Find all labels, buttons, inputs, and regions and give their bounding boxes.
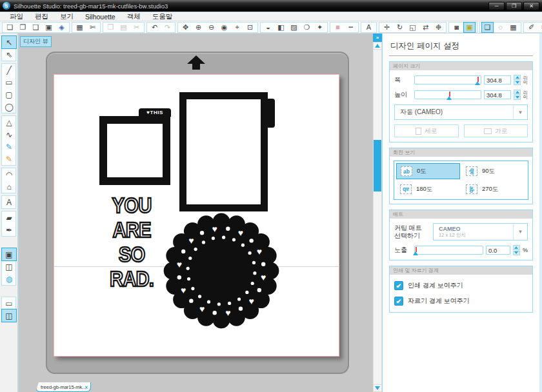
pan-icon[interactable]: ✥	[180, 23, 191, 32]
panel-title: 디자인 페이지 설정	[389, 34, 533, 56]
regular-polygon-tool-icon[interactable]: ⌂	[2, 181, 16, 193]
eraser-tool-icon[interactable]: ▰	[2, 211, 16, 224]
scroll-up-button[interactable]	[373, 42, 382, 50]
open-library-icon[interactable]: ❑	[30, 23, 41, 32]
line-color-icon[interactable]: ≡	[332, 23, 343, 32]
grid-settings-icon[interactable]: ▦	[508, 23, 519, 32]
scroll-down-button[interactable]	[373, 384, 382, 392]
design-canvas[interactable]: 디자인 뷰 ♥THIS YOUARESORAD. ♥♥♥♥♥♥♥♥♥♥ tree…	[18, 34, 373, 392]
cutting-mat-dropdown[interactable]: CAMEO 12 x 12 인치 ▼	[433, 223, 528, 240]
menu-item-0[interactable]: 파일	[4, 12, 29, 21]
line-tool-icon[interactable]: ╱	[2, 64, 16, 76]
select-tool-icon[interactable]: ↖	[2, 36, 16, 48]
layout-panels-view-icon[interactable]: ◫	[2, 309, 16, 322]
scrollbar-thumb[interactable]	[374, 140, 381, 191]
fill-gradient-icon[interactable]: ◧	[276, 23, 286, 32]
rotate-0도-button[interactable]: ab0도	[396, 163, 460, 179]
document-tab[interactable]: treed-gb-mar15-mk... x	[35, 382, 91, 392]
rotate-270도-button[interactable]: ab270도	[462, 181, 526, 197]
modify-icon[interactable]: ❉	[433, 23, 444, 32]
scale-icon[interactable]: ◱	[407, 23, 418, 32]
document-tab-close-icon[interactable]: x	[85, 384, 88, 390]
menu-item-1[interactable]: 편집	[29, 12, 54, 21]
curve-tool-icon[interactable]: ∿	[2, 128, 16, 141]
save-to-library-icon[interactable]: ◈	[56, 23, 67, 32]
minimize-button[interactable]: ─	[488, 2, 505, 10]
width-input[interactable]: 304.8	[484, 75, 511, 84]
zoom-in-icon[interactable]: ⊕	[193, 23, 204, 32]
rounded-rectangle-tool-icon[interactable]: ▢	[2, 88, 16, 101]
height-slider-handle[interactable]	[447, 91, 452, 100]
page-preset-dropdown[interactable]: 자동 (CAMEO) ▼	[394, 104, 528, 120]
rotate-icon[interactable]: ↻	[394, 23, 405, 32]
design-emblem-icon[interactable]: ▣	[464, 23, 475, 32]
large-frame-side-tab[interactable]	[267, 99, 275, 128]
panel-collapse-button[interactable]: »	[373, 34, 382, 42]
open-file-icon[interactable]: ❐	[17, 23, 28, 32]
polygon-tool-icon[interactable]: △	[2, 116, 16, 128]
trace-view-icon[interactable]: ◫	[2, 260, 16, 273]
new-document-icon[interactable]: ❏	[5, 23, 15, 32]
checkbox-checked-icon[interactable]: ✔	[394, 281, 403, 290]
rectangle-tool-icon[interactable]: ▭	[2, 76, 16, 88]
ellipse-tool-icon[interactable]: ◯	[2, 101, 16, 113]
store-view-icon[interactable]: ◍	[2, 273, 16, 285]
rotate-180도-button[interactable]: ab180도	[396, 181, 460, 197]
doily-circle-shape[interactable]: ♥♥♥♥♥♥♥♥♥♥	[159, 209, 283, 333]
fill-pattern-icon[interactable]: ▨	[288, 23, 299, 32]
portrait-button[interactable]: 세로	[394, 124, 459, 137]
close-button[interactable]: ✕	[523, 2, 539, 10]
save-icon[interactable]: ▣	[43, 23, 54, 32]
height-input[interactable]: 304.8	[484, 90, 511, 99]
width-stepper[interactable]	[514, 75, 521, 85]
height-slider[interactable]	[414, 90, 481, 99]
fill-color-icon[interactable]: ◒	[263, 23, 274, 32]
checkbox-checked-icon[interactable]: ✔	[394, 297, 403, 306]
offset-icon[interactable]: ✦	[314, 23, 325, 32]
print-icon[interactable]: ▦	[74, 23, 85, 32]
pixscan-view-icon[interactable]: ▣	[2, 248, 16, 260]
menu-item-5[interactable]: 도움말	[146, 12, 179, 21]
drag-zoom-icon[interactable]: ⌖	[232, 23, 243, 32]
draw-tool-icon[interactable]: ✎	[2, 141, 16, 153]
you-are-so-rad-text[interactable]: YOUARESORAD.	[98, 193, 165, 291]
text-tool-icon[interactable]: A	[2, 196, 16, 208]
move-icon[interactable]: ✛	[381, 23, 392, 32]
reveal-stepper[interactable]	[513, 245, 520, 255]
landscape-button[interactable]: 가로	[464, 124, 528, 137]
scrollbar-track[interactable]	[373, 50, 382, 384]
trace-icon[interactable]: ❍	[301, 23, 312, 32]
line-style-icon[interactable]: ┅	[345, 23, 356, 32]
arc-tool-icon[interactable]: ◠	[2, 168, 16, 181]
reveal-input[interactable]: 0.0	[486, 246, 510, 255]
menu-item-2[interactable]: 보기	[54, 12, 79, 21]
large-frame-shape[interactable]	[179, 92, 268, 211]
registration-marks-icon[interactable]: ◌	[495, 23, 506, 32]
undo-icon[interactable]: ↶	[149, 23, 160, 32]
zoom-out-icon[interactable]: ⊖	[206, 23, 217, 32]
menu-item-3[interactable]: Silhouette	[79, 13, 121, 21]
height-stepper[interactable]	[514, 90, 521, 100]
cutter-icon[interactable]: ✄	[539, 23, 542, 32]
knife-tool-icon[interactable]: ✒	[2, 224, 16, 236]
reveal-slider-handle[interactable]	[413, 246, 419, 255]
fit-to-page-icon[interactable]: ⊡	[245, 23, 256, 32]
frame-tab-heart-this[interactable]: ♥THIS	[139, 108, 171, 117]
text-style-icon[interactable]: A	[363, 23, 374, 32]
square-frame-shape[interactable]	[99, 116, 170, 185]
eraser-icon[interactable]: ✐	[526, 23, 537, 32]
maximize-button[interactable]: ❐	[506, 2, 522, 10]
layout-single-view-icon[interactable]: ▭	[2, 297, 16, 309]
width-slider-handle[interactable]	[475, 76, 481, 85]
point-edit-tool-icon[interactable]: ⇖	[2, 48, 16, 61]
menu-item-4[interactable]: 객체	[121, 12, 146, 21]
zoom-selection-icon[interactable]: ◉	[219, 23, 230, 32]
design-page-settings-icon[interactable]: ❏	[482, 23, 493, 32]
send-to-silhouette-icon[interactable]: ✄	[87, 23, 98, 32]
rotate-90도-button[interactable]: ab90도	[462, 163, 526, 179]
reveal-slider[interactable]	[414, 246, 483, 255]
smooth-draw-tool-icon[interactable]: ✎	[2, 153, 16, 165]
width-slider[interactable]	[414, 75, 481, 84]
mirror-icon[interactable]: ⇄	[420, 23, 431, 32]
pixscan-icon[interactable]: ◙	[451, 23, 462, 32]
